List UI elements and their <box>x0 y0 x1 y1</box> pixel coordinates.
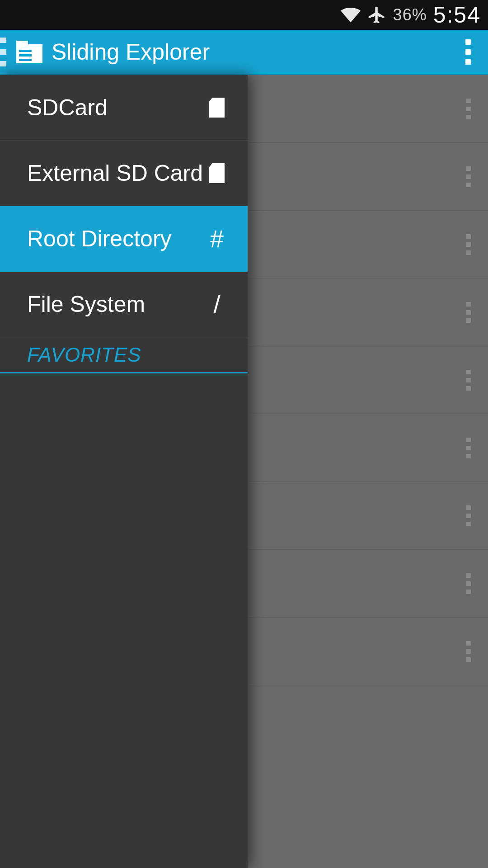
drawer-item-sdcard[interactable]: SDCard <box>0 75 248 141</box>
item-overflow-icon[interactable] <box>466 505 471 526</box>
favorites-header: FAVORITES <box>0 337 248 373</box>
sdcard-icon <box>207 98 227 118</box>
app-title: Sliding Explorer <box>52 39 459 65</box>
drawer-item-label: External SD Card <box>27 160 207 186</box>
favorites-label: FAVORITES <box>27 344 141 366</box>
drawer-item-label: SDCard <box>27 94 207 121</box>
item-overflow-icon[interactable] <box>466 573 471 594</box>
item-overflow-icon[interactable] <box>466 370 471 391</box>
hash-icon: # <box>207 225 227 253</box>
svg-rect-1 <box>16 41 28 45</box>
svg-rect-4 <box>19 59 32 61</box>
drawer-item-external-sd-card[interactable]: External SD Card <box>0 141 248 206</box>
item-overflow-icon[interactable] <box>466 166 471 187</box>
overflow-menu-button[interactable] <box>459 39 477 65</box>
item-overflow-icon[interactable] <box>466 234 471 255</box>
svg-rect-2 <box>19 50 32 52</box>
nav-drawer: SDCardExternal SD CardRoot Directory#Fil… <box>0 75 248 868</box>
drawer-toggle-icon[interactable] <box>0 38 6 66</box>
airplane-icon <box>367 5 387 25</box>
wifi-icon <box>341 7 361 23</box>
slash-icon: / <box>207 290 227 318</box>
battery-percent: 36% <box>393 5 427 24</box>
item-overflow-icon[interactable] <box>466 99 471 119</box>
drawer-item-label: File System <box>27 291 207 317</box>
drawer-item-file-system[interactable]: File System/ <box>0 272 248 337</box>
item-overflow-icon[interactable] <box>466 641 471 662</box>
status-clock: 5:54 <box>433 2 481 28</box>
drawer-item-label: Root Directory <box>27 226 207 252</box>
action-bar: Sliding Explorer <box>0 30 488 75</box>
item-overflow-icon[interactable] <box>466 438 471 458</box>
status-bar: 36% 5:54 <box>0 0 488 30</box>
sdcard-icon <box>207 163 227 183</box>
svg-rect-3 <box>19 54 32 57</box>
item-overflow-icon[interactable] <box>466 302 471 323</box>
main-area: SDCardExternal SD CardRoot Directory#Fil… <box>0 75 488 868</box>
drawer-item-root-directory[interactable]: Root Directory# <box>0 206 248 272</box>
app-folder-icon <box>16 41 42 63</box>
